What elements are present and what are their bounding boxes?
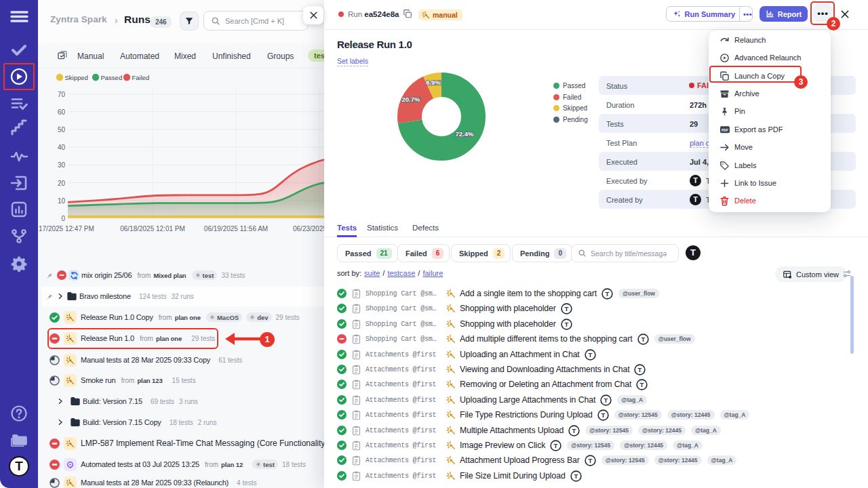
- svg-text:T: T: [564, 305, 568, 312]
- svg-text:T: T: [640, 381, 644, 388]
- svg-text:20: 20: [58, 180, 66, 187]
- svg-text:10: 10: [58, 197, 66, 205]
- svg-text:T: T: [564, 321, 568, 328]
- svg-text:0: 0: [61, 215, 65, 222]
- svg-text:40: 40: [58, 144, 66, 151]
- svg-text:72.4%: 72.4%: [456, 130, 474, 138]
- svg-text:17/2025 12:47 PM: 17/2025 12:47 PM: [39, 225, 94, 232]
- svg-text:PDF: PDF: [722, 127, 728, 131]
- svg-text:T: T: [572, 427, 576, 434]
- svg-text:30: 30: [58, 161, 66, 169]
- svg-text:T: T: [604, 396, 608, 404]
- svg-text:T: T: [638, 366, 642, 373]
- svg-text:T: T: [574, 472, 578, 480]
- svg-text:T: T: [606, 290, 610, 298]
- svg-text:T: T: [588, 351, 592, 359]
- svg-text:Skipped: Skipped: [65, 74, 88, 81]
- svg-text:T: T: [588, 457, 592, 464]
- svg-text:60: 60: [58, 108, 66, 116]
- svg-text:70: 70: [58, 91, 66, 98]
- svg-text:06/18/2025 12:01 PM: 06/18/2025 12:01 PM: [120, 225, 185, 232]
- svg-text:Passed: Passed: [101, 74, 123, 81]
- svg-text:T: T: [554, 442, 558, 449]
- svg-text:06/19/2025 11:56 AM: 06/19/2025 11:56 AM: [204, 225, 268, 232]
- svg-text:Failed: Failed: [132, 74, 150, 81]
- svg-text:20.7%: 20.7%: [402, 96, 420, 103]
- svg-text:T: T: [601, 411, 605, 419]
- svg-text:6.9%: 6.9%: [426, 79, 441, 86]
- svg-text:06/23/2025: 06/23/2025: [293, 225, 324, 232]
- svg-text:T: T: [641, 336, 645, 343]
- svg-text:50: 50: [58, 126, 66, 134]
